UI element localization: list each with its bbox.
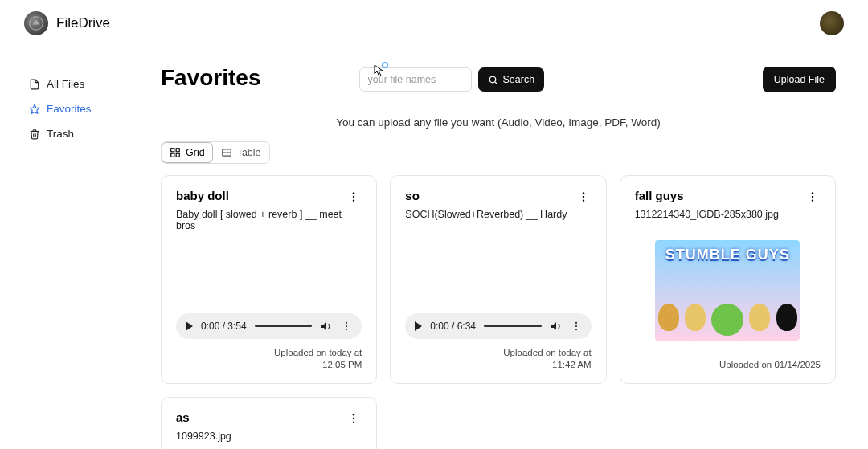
audio-seek-slider[interactable] <box>255 325 313 327</box>
play-icon[interactable] <box>186 321 193 331</box>
view-table-tab[interactable]: Table <box>213 142 269 163</box>
file-card: fall guys 1312214340_IGDB-285x380.jpg ST… <box>620 175 836 384</box>
sidebar: All Files Favorites Trash <box>0 47 161 449</box>
more-vertical-icon[interactable] <box>341 320 352 332</box>
audio-player[interactable]: 0:00 / 6:34 <box>405 313 591 339</box>
more-vertical-icon[interactable] <box>346 189 362 205</box>
view-grid-label: Grid <box>186 147 205 158</box>
brand-name: FileDrive <box>56 15 110 31</box>
audio-player[interactable]: 0:00 / 3:54 <box>176 313 362 339</box>
svg-point-10 <box>353 192 354 194</box>
app-header: FileDrive <box>0 0 868 47</box>
svg-point-22 <box>812 192 813 194</box>
svg-point-19 <box>575 322 577 324</box>
search-input[interactable] <box>359 67 472 92</box>
card-subtitle: Baby doll [ slowed + reverb ] __ meet br… <box>176 209 362 231</box>
svg-point-14 <box>346 325 347 327</box>
search-button[interactable]: Search <box>478 67 545 92</box>
svg-point-2 <box>489 76 496 83</box>
more-vertical-icon[interactable] <box>346 410 362 427</box>
file-card: as 1099923.jpg <box>161 397 377 449</box>
audio-time: 0:00 / 6:34 <box>430 320 476 332</box>
svg-point-23 <box>812 196 813 198</box>
card-title: baby doll <box>176 189 229 202</box>
sidebar-item-label: All Files <box>47 78 84 90</box>
view-toggle: Grid Table <box>161 141 836 164</box>
svg-point-13 <box>346 322 347 324</box>
trash-icon <box>29 129 40 140</box>
svg-rect-4 <box>171 149 174 152</box>
svg-point-12 <box>353 199 354 201</box>
main-content: Favorites Search Upload File You can upl… <box>161 47 868 449</box>
play-icon[interactable] <box>415 321 422 331</box>
svg-point-24 <box>812 199 813 201</box>
volume-icon[interactable] <box>550 320 563 333</box>
svg-point-17 <box>582 196 583 198</box>
more-vertical-icon[interactable] <box>571 320 582 332</box>
card-subtitle: SOCH(Slowed+Reverbed) __ Hardy <box>405 209 591 220</box>
table-icon <box>221 147 232 158</box>
file-card: baby doll Baby doll [ slowed + reverb ] … <box>161 175 377 384</box>
card-title: fall guys <box>635 189 684 202</box>
svg-point-26 <box>353 418 354 419</box>
top-row: Favorites Search Upload File <box>161 65 836 94</box>
user-avatar[interactable] <box>820 11 844 35</box>
sidebar-item-all-files[interactable]: All Files <box>24 71 153 96</box>
brand[interactable]: FileDrive <box>24 11 110 35</box>
view-table-label: Table <box>237 147 261 158</box>
card-title: so <box>405 189 420 202</box>
sidebar-item-label: Trash <box>47 128 74 140</box>
card-uploaded: Uploaded on today at 12:05 PM <box>265 347 362 372</box>
sidebar-item-favorites[interactable]: Favorites <box>24 96 153 121</box>
sidebar-item-label: Favorites <box>47 103 92 115</box>
card-subtitle: 1312214340_IGDB-285x380.jpg <box>635 209 821 220</box>
file-icon <box>29 79 40 90</box>
view-grid-tab[interactable]: Grid <box>162 142 213 163</box>
svg-rect-6 <box>171 153 174 157</box>
audio-seek-slider[interactable] <box>484 325 542 327</box>
svg-point-21 <box>575 329 577 330</box>
thumbnail-text: STUMBLE GUYS <box>665 247 790 263</box>
svg-line-3 <box>495 82 497 84</box>
svg-point-15 <box>346 329 347 330</box>
svg-point-20 <box>575 325 577 327</box>
svg-rect-5 <box>176 149 179 152</box>
audio-time: 0:00 / 3:54 <box>201 320 247 332</box>
star-icon <box>29 104 40 115</box>
svg-point-18 <box>582 199 583 201</box>
page-title: Favorites <box>161 65 261 91</box>
svg-point-27 <box>353 421 354 422</box>
search-button-label: Search <box>503 74 535 85</box>
card-uploaded: Uploaded on 01/14/2025 <box>719 359 821 372</box>
svg-rect-7 <box>176 153 179 157</box>
more-vertical-icon[interactable] <box>575 189 592 205</box>
file-grid: baby doll Baby doll [ slowed + reverb ] … <box>161 175 836 449</box>
svg-point-16 <box>582 192 583 194</box>
svg-point-25 <box>353 414 354 415</box>
card-uploaded: Uploaded on today at 11:42 AM <box>495 347 592 372</box>
card-title: as <box>176 410 190 424</box>
svg-marker-1 <box>30 104 39 113</box>
upload-button[interactable]: Upload File <box>763 67 836 92</box>
upload-hint: You can upload any file you want (Audio,… <box>161 116 836 129</box>
brand-logo-icon <box>24 11 48 35</box>
image-thumbnail[interactable]: STUMBLE GUYS <box>655 240 800 341</box>
grid-icon <box>170 147 181 158</box>
sidebar-item-trash[interactable]: Trash <box>24 121 153 146</box>
volume-icon[interactable] <box>320 320 333 333</box>
svg-point-11 <box>353 196 354 198</box>
file-card: so SOCH(Slowed+Reverbed) __ Hardy 0:00 /… <box>390 175 606 384</box>
card-subtitle: 1099923.jpg <box>176 431 362 442</box>
more-vertical-icon[interactable] <box>805 189 821 205</box>
search-icon <box>488 75 498 85</box>
search-bar: Search <box>359 67 545 92</box>
